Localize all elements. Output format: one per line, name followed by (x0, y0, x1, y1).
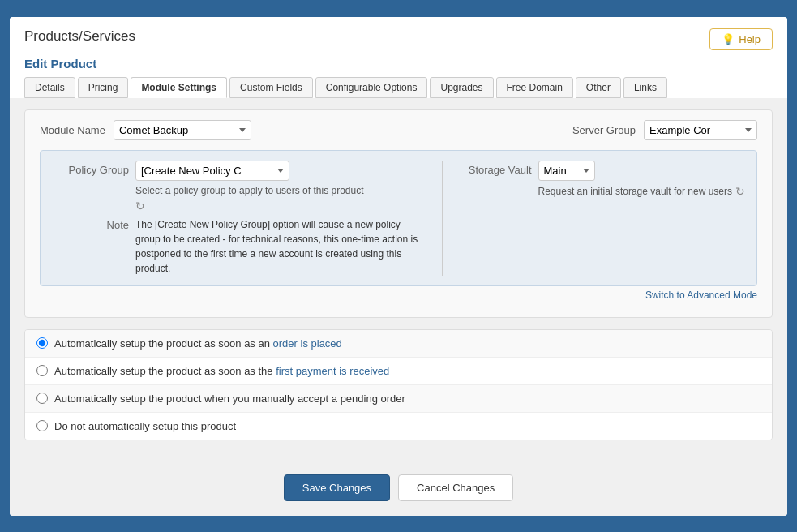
policy-group-help: Select a policy group to apply to users … (135, 185, 364, 196)
policy-storage-section: Policy Group [Create New Policy C Select… (40, 150, 757, 286)
radio-auto-payment-label[interactable]: Automatically setup the product as soon … (54, 365, 389, 377)
radio-auto-order-label[interactable]: Automatically setup the product as soon … (54, 337, 342, 350)
module-server-section: Module Name Comet Backup Server Group Ex… (24, 109, 773, 318)
footer-buttons: Save Changes Cancel Changes (10, 463, 787, 516)
help-button[interactable]: 💡 Help (709, 28, 773, 50)
server-group-select[interactable]: Example Cor (644, 120, 757, 140)
module-server-row: Module Name Comet Backup Server Group Ex… (40, 120, 757, 140)
module-name-group: Module Name Comet Backup (40, 120, 251, 140)
radio-auto-payment[interactable] (36, 365, 48, 376)
policy-group-controls: [Create New Policy C Select a policy gro… (135, 161, 364, 212)
radio-no-auto[interactable] (36, 420, 48, 431)
tab-module-settings[interactable]: Module Settings (131, 77, 227, 98)
radio-item-auto-order: Automatically setup the product as soon … (25, 330, 772, 358)
radio-item-auto-payment: Automatically setup the product as soon … (25, 358, 772, 385)
radio-auto-manual-label[interactable]: Automatically setup the product when you… (54, 393, 405, 405)
radio-auto-order[interactable] (36, 337, 48, 349)
help-icon: 💡 (722, 33, 735, 45)
edit-product-label: Edit Product (10, 55, 787, 77)
save-button[interactable]: Save Changes (284, 474, 390, 501)
server-group-group: Server Group Example Cor (572, 120, 757, 140)
tabs-bar: Details Pricing Module Settings Custom F… (10, 77, 787, 98)
storage-refresh-icon[interactable]: ↻ (735, 185, 745, 198)
note-text: The [Create New Policy Group] option wil… (135, 217, 426, 276)
policy-group-select[interactable]: [Create New Policy C (135, 161, 289, 181)
note-label: Note (52, 217, 129, 231)
window-header: Products/Services 💡 Help (10, 17, 787, 55)
advanced-mode-row: Switch to Advanced Mode (40, 286, 757, 307)
radio-item-auto-manual: Automatically setup the product when you… (25, 385, 772, 413)
policy-group-label: Policy Group (52, 161, 129, 176)
storage-vault-help: Request an initial storage vault for new… (538, 185, 745, 198)
tab-upgrades[interactable]: Upgrades (430, 77, 493, 98)
module-name-label: Module Name (40, 124, 105, 136)
main-window: Products/Services 💡 Help Edit Product De… (8, 15, 789, 517)
policy-group-column: Policy Group [Create New Policy C Select… (52, 161, 426, 276)
tab-other[interactable]: Other (576, 77, 621, 98)
section-divider (442, 161, 443, 276)
tab-pricing[interactable]: Pricing (78, 77, 129, 98)
payment-link[interactable]: first payment is received (276, 365, 389, 377)
cancel-button[interactable]: Cancel Changes (398, 474, 513, 501)
setup-radio-group: Automatically setup the product as soon … (24, 329, 773, 440)
advanced-mode-link[interactable]: Switch to Advanced Mode (645, 290, 757, 301)
tab-details[interactable]: Details (24, 77, 75, 98)
tab-configurable-options[interactable]: Configurable Options (315, 77, 428, 98)
content-area: Module Name Comet Backup Server Group Ex… (10, 98, 787, 463)
module-name-select[interactable]: Comet Backup (114, 120, 251, 140)
storage-vault-label: Storage Vault (459, 161, 532, 176)
radio-no-auto-label[interactable]: Do not automatically setup this product (54, 420, 236, 432)
storage-vault-controls: Main Request an initial storage vault fo… (538, 161, 745, 198)
page-title: Products/Services (24, 28, 135, 45)
policy-refresh-icon[interactable]: ↻ (135, 200, 145, 212)
storage-vault-select[interactable]: Main (538, 161, 595, 181)
tab-custom-fields[interactable]: Custom Fields (229, 77, 313, 98)
radio-item-no-auto: Do not automatically setup this product (25, 413, 772, 440)
radio-auto-manual[interactable] (36, 393, 48, 404)
tab-free-domain[interactable]: Free Domain (496, 77, 573, 98)
order-link[interactable]: order is placed (273, 337, 342, 350)
tab-links[interactable]: Links (623, 77, 667, 98)
storage-vault-column: Storage Vault Main Request an initial st… (459, 161, 745, 198)
server-group-label: Server Group (572, 124, 636, 136)
